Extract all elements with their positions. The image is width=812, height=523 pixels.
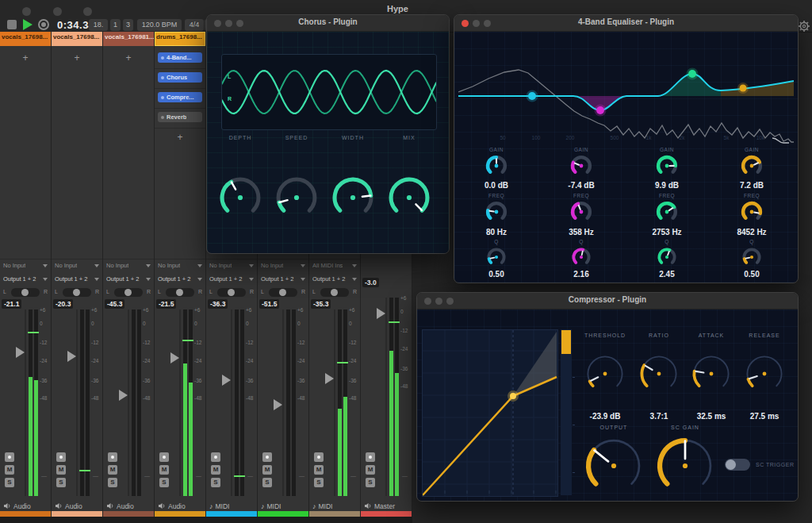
track-name[interactable]: vocals_176981... xyxy=(103,32,154,46)
fader-handle[interactable] xyxy=(377,308,385,319)
input-select[interactable]: No Input xyxy=(0,259,51,272)
record-arm-button[interactable] xyxy=(262,452,272,462)
plugin-slot[interactable]: Compre... xyxy=(158,92,202,102)
pan-knob[interactable] xyxy=(21,289,29,296)
q-knob[interactable] xyxy=(740,245,764,269)
freq-knob[interactable] xyxy=(653,198,680,225)
output-select[interactable]: Output 1 + 2 xyxy=(309,273,360,286)
fader-value[interactable]: -36.3 xyxy=(208,299,228,309)
mute-button[interactable]: M xyxy=(314,465,324,475)
release-knob[interactable] xyxy=(743,352,786,395)
mute-button[interactable]: M xyxy=(56,465,66,475)
mute-button[interactable]: M xyxy=(5,465,14,475)
eq-response-graph[interactable]: 501002005001k2k5k10k xyxy=(458,49,794,143)
input-select[interactable]: No Input xyxy=(52,259,102,272)
compressor-titlebar[interactable]: Compressor - Plugin xyxy=(417,293,798,310)
pan-slider[interactable]: LR xyxy=(0,287,51,298)
gear-icon[interactable] xyxy=(798,20,810,36)
sc-gain-knob[interactable] xyxy=(654,435,716,497)
track-name[interactable]: drums_17698... xyxy=(155,32,205,46)
solo-button[interactable]: S xyxy=(108,478,117,487)
record-arm-button[interactable] xyxy=(314,452,324,462)
window-zoom-button[interactable] xyxy=(83,7,92,16)
solo-button[interactable]: S xyxy=(5,478,14,487)
pan-knob[interactable] xyxy=(279,289,286,296)
input-select[interactable]: No Input xyxy=(206,259,257,272)
record-arm-button[interactable] xyxy=(211,452,220,462)
attack-knob[interactable] xyxy=(690,352,733,395)
bar-counter[interactable]: 18. xyxy=(89,19,108,31)
input-select[interactable]: No Input xyxy=(103,259,154,272)
pan-slider[interactable]: LR xyxy=(103,287,154,298)
solo-button[interactable]: S xyxy=(262,478,272,487)
pan-knob[interactable] xyxy=(331,289,338,296)
plugin-slot[interactable]: Chorus xyxy=(158,72,202,83)
record-button[interactable] xyxy=(38,19,49,30)
freq-knob[interactable] xyxy=(738,198,765,225)
plugin-slot[interactable]: Reverb xyxy=(158,112,202,122)
solo-button[interactable]: S xyxy=(211,478,220,487)
mute-button[interactable]: M xyxy=(108,465,117,475)
add-plugin-button[interactable]: + xyxy=(52,52,102,63)
ratio-knob[interactable] xyxy=(638,352,680,395)
pan-slider[interactable]: LR xyxy=(206,287,257,298)
mute-button[interactable]: M xyxy=(366,465,375,475)
add-plugin-button[interactable]: + xyxy=(103,52,154,63)
window-close-button[interactable] xyxy=(22,7,31,16)
gain-knob[interactable] xyxy=(738,152,765,179)
record-arm-button[interactable] xyxy=(108,452,117,462)
fader-value[interactable]: -21.1 xyxy=(2,299,21,309)
fader-handle[interactable] xyxy=(67,351,76,362)
fader-value[interactable]: -21.5 xyxy=(156,299,176,309)
sub-counter[interactable]: 3 xyxy=(123,19,133,31)
equaliser-titlebar[interactable]: 4-Band Equaliser - Plugin xyxy=(454,15,798,32)
fader-value[interactable]: -51.5 xyxy=(259,299,279,309)
input-select[interactable]: All MIDI Ins xyxy=(309,259,360,272)
output-select[interactable]: Output 1 + 2 xyxy=(103,273,154,286)
play-button[interactable] xyxy=(23,19,33,30)
mute-button[interactable]: M xyxy=(159,465,169,475)
fader-handle[interactable] xyxy=(274,399,282,410)
record-arm-button[interactable] xyxy=(5,452,14,462)
analyzer-curve-icon[interactable] xyxy=(772,133,791,148)
plugin-slot[interactable]: 4-Band... xyxy=(158,52,202,63)
track-name[interactable]: vocals_17698... xyxy=(0,32,51,46)
gain-knob[interactable] xyxy=(653,152,680,179)
pan-knob[interactable] xyxy=(228,289,235,296)
stop-button[interactable] xyxy=(7,20,17,29)
width-knob[interactable] xyxy=(328,173,377,222)
chorus-titlebar[interactable]: Chorus - Plugin xyxy=(207,15,449,32)
fader-value[interactable]: -3.0 xyxy=(362,278,379,287)
freq-knob[interactable] xyxy=(568,198,595,225)
output-select[interactable]: Output 1 + 2 xyxy=(155,273,205,286)
q-knob[interactable] xyxy=(569,245,593,269)
compressor-transfer-curve[interactable] xyxy=(422,329,558,497)
pan-knob[interactable] xyxy=(73,289,80,296)
pan-slider[interactable]: LR xyxy=(155,287,205,298)
speed-knob[interactable] xyxy=(272,173,321,222)
gain-knob[interactable] xyxy=(568,152,595,179)
solo-button[interactable]: S xyxy=(159,478,169,487)
record-arm-button[interactable] xyxy=(159,452,169,462)
fader-value[interactable]: -35.3 xyxy=(311,299,331,309)
output-select[interactable]: Output 1 + 2 xyxy=(52,273,102,286)
pan-slider[interactable]: LR xyxy=(258,287,308,298)
output-select[interactable]: Output 1 + 2 xyxy=(0,273,51,286)
fader-handle[interactable] xyxy=(119,390,128,401)
window-minimize-button[interactable] xyxy=(53,7,62,16)
freq-knob[interactable] xyxy=(483,198,510,225)
output-select[interactable]: Output 1 + 2 xyxy=(258,273,308,286)
q-knob[interactable] xyxy=(655,245,679,269)
gain-knob[interactable] xyxy=(483,152,510,179)
tempo-display[interactable]: 120.0 BPM xyxy=(137,19,182,31)
q-knob[interactable] xyxy=(485,245,508,269)
pan-slider[interactable]: LR xyxy=(309,287,360,298)
fader-value[interactable]: -20.3 xyxy=(53,299,73,309)
solo-button[interactable]: S xyxy=(56,478,66,487)
sc-trigger-toggle[interactable] xyxy=(725,459,750,471)
fader-handle[interactable] xyxy=(16,347,25,358)
fader-handle[interactable] xyxy=(170,352,179,363)
add-plugin-button[interactable]: + xyxy=(155,132,205,143)
pan-knob[interactable] xyxy=(176,289,183,296)
threshold-knob[interactable] xyxy=(584,352,626,395)
